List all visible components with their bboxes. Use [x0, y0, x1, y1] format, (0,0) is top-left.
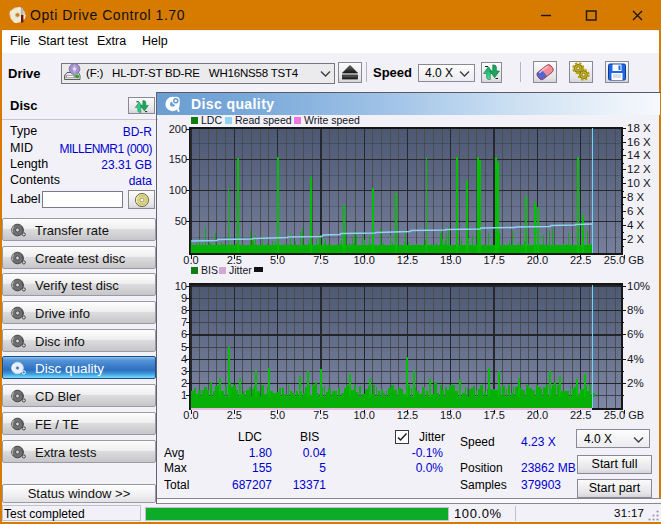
svg-text:15.0: 15.0: [440, 409, 461, 421]
svg-text:14 X: 14 X: [627, 149, 651, 161]
svg-text:10.0: 10.0: [353, 409, 374, 421]
svg-text:8 X: 8 X: [627, 191, 645, 203]
svg-text:12 X: 12 X: [627, 163, 651, 175]
svg-text:7.5: 7.5: [313, 409, 328, 421]
svg-text:100: 100: [169, 184, 187, 196]
svg-text:20.0: 20.0: [527, 409, 548, 421]
svg-text:10 X: 10 X: [627, 177, 651, 189]
svg-text:Write speed: Write speed: [304, 115, 360, 126]
svg-text:5.0: 5.0: [270, 409, 285, 421]
svg-text:4 X: 4 X: [627, 219, 645, 231]
svg-text:4%: 4%: [627, 353, 644, 365]
svg-text:2.5: 2.5: [227, 409, 242, 421]
svg-text:10%: 10%: [627, 280, 650, 292]
svg-text:Read speed: Read speed: [235, 115, 292, 126]
svg-text:6%: 6%: [627, 328, 644, 340]
svg-text:16 X: 16 X: [627, 136, 651, 148]
svg-text:7: 7: [181, 316, 187, 328]
svg-text:BIS: BIS: [201, 265, 218, 276]
svg-text:0.0: 0.0: [183, 409, 198, 421]
svg-text:5: 5: [181, 341, 187, 353]
svg-text:6 X: 6 X: [627, 205, 645, 217]
svg-text:22.5: 22.5: [570, 409, 591, 421]
svg-text:2: 2: [181, 377, 187, 389]
svg-text:2 X: 2 X: [627, 233, 645, 245]
svg-text:9: 9: [181, 292, 187, 304]
svg-text:200: 200: [169, 123, 187, 135]
svg-text:8: 8: [181, 304, 187, 316]
svg-text:Jitter: Jitter: [229, 265, 252, 276]
svg-text:8%: 8%: [627, 304, 644, 316]
svg-text:LDC: LDC: [201, 115, 222, 126]
svg-text:18 X: 18 X: [627, 122, 651, 134]
svg-text:10: 10: [175, 280, 187, 292]
svg-text:12.5: 12.5: [397, 409, 418, 421]
svg-text:50: 50: [175, 215, 187, 227]
svg-text:2%: 2%: [627, 377, 644, 389]
svg-text:25.0 GB: 25.0 GB: [604, 409, 644, 421]
svg-text:150: 150: [169, 153, 187, 165]
svg-text:17.5: 17.5: [483, 409, 504, 421]
svg-text:3: 3: [181, 365, 187, 377]
svg-text:6: 6: [181, 328, 187, 340]
svg-text:4: 4: [181, 353, 187, 365]
svg-text:1: 1: [181, 389, 187, 401]
